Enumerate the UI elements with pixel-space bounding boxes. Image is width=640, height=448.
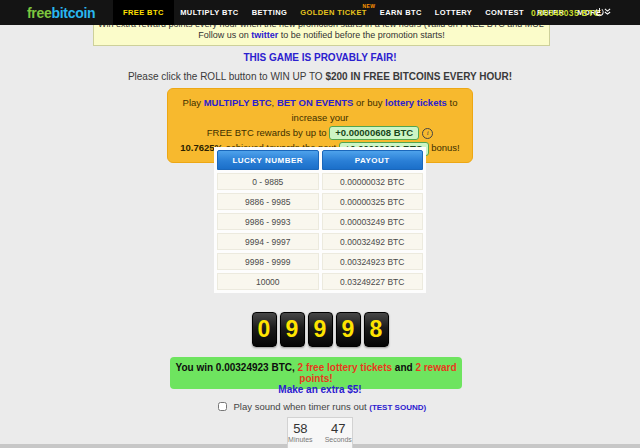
timer-minutes: 58 Minutes <box>288 422 313 448</box>
table-row: 9986 - 99930.00003249 BTC <box>217 213 423 230</box>
roll-digit: 9 <box>280 312 305 347</box>
twitter-link[interactable]: twitter <box>251 30 278 40</box>
lottery-tickets-link[interactable]: lottery tickets <box>385 97 447 108</box>
win-message-mid: and <box>392 362 415 373</box>
payout-table-body: 0 - 98850.00000032 BTC9886 - 99850.00000… <box>217 173 423 290</box>
table-cell: 0 - 9885 <box>217 173 319 190</box>
provably-fair-link[interactable]: THIS GAME IS PROVABLY FAIR! <box>0 52 640 63</box>
table-cell: 0.03249227 BTC <box>322 273 424 290</box>
nav-item-betting[interactable]: BETTING <box>245 0 294 25</box>
promo-l1-prefix: Play <box>183 97 204 108</box>
notice-line2-prefix: Follow us on <box>198 30 251 40</box>
win-lottery-tickets: 2 free lottery tickets <box>298 362 393 373</box>
table-row: 9994 - 99970.00032492 BTC <box>217 233 423 250</box>
timer-seconds: 47 Seconds <box>325 422 352 448</box>
countdown-timer: 58 Minutes 47 Seconds <box>287 417 353 448</box>
promo-line1: Play MULTIPLY BTC, BET ON EVENTS or buy … <box>178 95 462 125</box>
nav-item-label: EARN BTC <box>380 8 422 17</box>
table-cell: 0.00000325 BTC <box>322 193 424 210</box>
roll-instruction: Please click the ROLL button to WIN UP T… <box>0 71 640 82</box>
table-cell: 0.00032492 BTC <box>322 233 424 250</box>
nav-item-multiply-btc[interactable]: MULTIPLY BTC <box>174 0 245 25</box>
promo-l1-mid2: or buy <box>353 97 385 108</box>
promo-l2-prefix: FREE BTC rewards by up to <box>207 127 329 138</box>
table-cell: 0.00000032 BTC <box>322 173 424 190</box>
nav-item-label: BETTING <box>252 8 288 17</box>
power-icon-svg <box>594 7 605 18</box>
top-nav: freebitcoin FREE BTCMULTIPLY BTCBETTINGG… <box>0 0 640 25</box>
play-sound-label: Play sound when timer runs out <box>234 401 370 412</box>
nav-item-label: FREE BTC <box>123 8 164 17</box>
nav-item-label: GOLDEN TICKET <box>300 8 366 17</box>
nav-item-lottery[interactable]: LOTTERY <box>428 0 479 25</box>
logo-text-bitcoin: bitcoin <box>51 5 95 21</box>
payout-header-cell: LUCKY NUMBER <box>217 150 319 170</box>
test-sound-link[interactable]: (TEST SOUND) <box>369 403 426 412</box>
roll-digit: 9 <box>308 312 333 347</box>
nav-item-label: LOTTERY <box>435 8 473 17</box>
timer-minutes-value: 58 <box>288 422 313 436</box>
roll-digit: 8 <box>364 312 389 347</box>
table-cell: 9886 - 9985 <box>217 193 319 210</box>
payout-header-cell: PAYOUT <box>322 150 424 170</box>
make-extra-link[interactable]: Make an extra $5! <box>0 384 640 395</box>
nav-item-free-btc[interactable]: FREE BTC <box>113 0 174 25</box>
sound-option-row: Play sound when timer runs out (TEST SOU… <box>0 399 640 414</box>
notice-line2: Follow us on twitter to be notified befo… <box>98 30 545 41</box>
roll-instruction-prefix: Please click the ROLL button to WIN UP T… <box>128 71 326 82</box>
timer-minutes-label: Minutes <box>288 436 313 443</box>
info-icon[interactable]: i <box>422 128 433 139</box>
site-logo[interactable]: freebitcoin <box>27 5 95 21</box>
nav-item-contest[interactable]: CONTEST <box>479 0 531 25</box>
table-row: 100000.03249227 BTC <box>217 273 423 290</box>
nav-item-label: CONTEST <box>485 8 524 17</box>
table-row: 9886 - 99850.00000325 BTC <box>217 193 423 210</box>
roll-digit: 0 <box>252 312 277 347</box>
play-sound-checkbox[interactable] <box>218 402 227 411</box>
table-cell: 0.00324923 BTC <box>322 253 424 270</box>
roll-result-digits: 09998 <box>0 312 640 347</box>
nav-item-golden-ticket[interactable]: GOLDEN TICKETNEW <box>294 0 373 25</box>
table-cell: 10000 <box>217 273 319 290</box>
table-cell: 9994 - 9997 <box>217 233 319 250</box>
table-cell: 9998 - 9999 <box>217 253 319 270</box>
balance-display[interactable]: 0.00340035 BTC <box>531 0 600 25</box>
nav-item-earn-btc[interactable]: EARN BTC <box>373 0 428 25</box>
payout-table: LUCKY NUMBERPAYOUT 0 - 98850.00000032 BT… <box>214 147 426 293</box>
roll-digit: 9 <box>336 312 361 347</box>
roll-instruction-bold: $200 IN FREE BITCOINS EVERY HOUR! <box>325 71 512 82</box>
promo-l3-suffix: bonus! <box>429 142 460 153</box>
timer-seconds-label: Seconds <box>325 436 352 443</box>
payout-table-header: LUCKY NUMBERPAYOUT <box>217 150 423 170</box>
promo-line2: FREE BTC rewards by up to +0.00000608 BT… <box>178 125 462 140</box>
timer-seconds-value: 47 <box>325 422 352 436</box>
win-message-prefix: You win 0.00324923 BTC, <box>175 362 297 373</box>
nav-item-label: MULTIPLY BTC <box>180 8 238 17</box>
notice-line2-suffix: to be notified before the promotion star… <box>278 30 445 40</box>
bet-on-events-link[interactable]: BET ON EVENTS <box>277 97 354 108</box>
logo-text-free: free <box>27 5 51 21</box>
table-cell: 9986 - 9993 <box>217 213 319 230</box>
multiply-btc-link[interactable]: MULTIPLY BTC <box>204 97 272 108</box>
reward-boost-pill: +0.00000608 BTC <box>329 126 419 140</box>
screen: freebitcoin FREE BTCMULTIPLY BTCBETTINGG… <box>0 0 640 448</box>
table-cell: 0.00003249 BTC <box>322 213 424 230</box>
table-row: 0 - 98850.00000032 BTC <box>217 173 423 190</box>
table-row: 9998 - 99990.00324923 BTC <box>217 253 423 270</box>
chevron-down-icon <box>604 8 611 18</box>
logout-power-icon[interactable] <box>594 0 605 25</box>
